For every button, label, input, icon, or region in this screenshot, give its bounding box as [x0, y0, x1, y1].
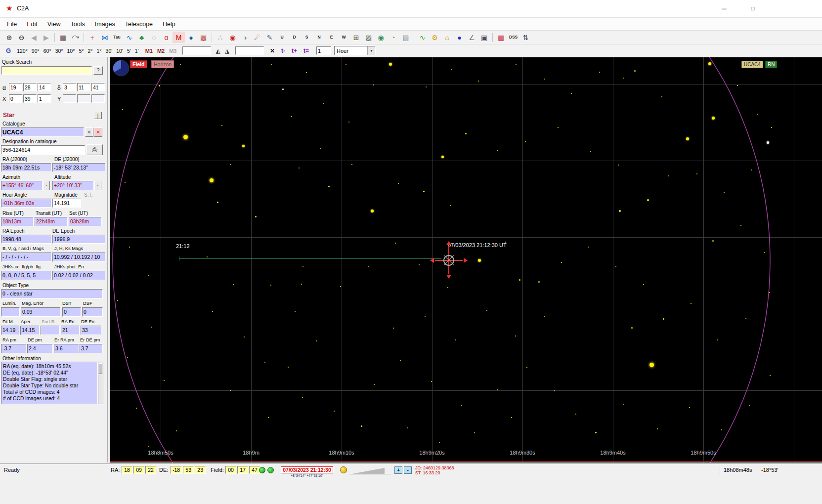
- altitude-more-button[interactable]: ·: [94, 181, 101, 190]
- m3-button[interactable]: M3: [169, 48, 176, 54]
- y1-field[interactable]: [63, 94, 76, 103]
- east-icon[interactable]: E: [325, 32, 338, 43]
- annotation-pen-icon[interactable]: ✎: [263, 32, 276, 43]
- speed-plus-button[interactable]: +: [394, 466, 402, 474]
- compass-rose-icon[interactable]: [112, 59, 130, 78]
- quick-search-input[interactable]: [1, 66, 92, 75]
- y3-field[interactable]: [91, 94, 105, 103]
- dome-view-icon[interactable]: ◠▾: [69, 32, 82, 43]
- horizon-landscape-icon[interactable]: ♣: [135, 32, 148, 43]
- maximize-button[interactable]: □: [741, 0, 764, 17]
- menu-edit[interactable]: Edit: [22, 21, 43, 28]
- checker-field-icon[interactable]: ▩: [197, 32, 210, 43]
- chart-panel-icon[interactable]: ▤: [399, 32, 412, 43]
- moon-icon[interactable]: ◑: [239, 32, 251, 43]
- fov-button-2[interactable]: 60°: [42, 46, 53, 55]
- flip-horizontal-icon[interactable]: ◭: [216, 47, 220, 54]
- celestial-sphere-icon[interactable]: ●: [453, 32, 466, 43]
- menu-file[interactable]: File: [2, 21, 22, 28]
- fov-button-3[interactable]: 30°: [53, 46, 65, 55]
- scrollbar-thumb[interactable]: [99, 363, 102, 374]
- chevron-down-icon[interactable]: ▾: [77, 35, 79, 40]
- grid-icon[interactable]: ▦: [57, 32, 69, 43]
- menu-tools[interactable]: Tools: [66, 21, 90, 28]
- fov-button-9[interactable]: 10': [114, 46, 125, 55]
- sky-chart[interactable]: 18h8m50s18h9m18h9m10s18h9m20s18h9m30s18h…: [110, 57, 822, 462]
- planet-ellipse-icon[interactable]: ◉: [226, 32, 239, 43]
- dss-image-icon[interactable]: DSS: [507, 32, 519, 43]
- clear-search-icon[interactable]: ✕: [270, 47, 275, 54]
- star-field-icon[interactable]: ∴: [214, 32, 226, 43]
- alpha-h-field[interactable]: 19: [9, 83, 22, 91]
- azimuth-more-button[interactable]: ·: [43, 181, 50, 190]
- wave-icon[interactable]: ∿: [416, 32, 429, 43]
- time-step-input[interactable]: [316, 46, 331, 55]
- catalog-book-icon[interactable]: ▥: [495, 32, 507, 43]
- time-now-button[interactable]: t=: [303, 47, 309, 54]
- time-unit-select[interactable]: Hour ▼: [334, 46, 376, 55]
- messier-icon[interactable]: M: [173, 32, 185, 43]
- horizon-hatch-icon[interactable]: ▨: [362, 32, 375, 43]
- west-icon[interactable]: W: [338, 32, 350, 43]
- minimize-button[interactable]: ─: [713, 0, 735, 17]
- ccd-camera-icon[interactable]: ▣: [478, 32, 490, 43]
- m2-button[interactable]: M2: [157, 48, 165, 54]
- speed-minus-button[interactable]: -: [404, 466, 412, 474]
- fov-button-11[interactable]: 1': [133, 46, 141, 55]
- tab-field[interactable]: Field: [130, 60, 147, 68]
- north-icon[interactable]: N: [313, 32, 325, 43]
- x2-field[interactable]: 39: [23, 94, 37, 103]
- angle-tool-icon[interactable]: ∠: [466, 32, 478, 43]
- time-minus-button[interactable]: t-: [281, 47, 285, 54]
- chevron-down-icon[interactable]: ▼: [367, 46, 375, 55]
- fov-button-0[interactable]: 120°: [15, 46, 30, 55]
- telescope-link-icon[interactable]: ⇅: [519, 32, 532, 43]
- m1-button[interactable]: M1: [145, 48, 153, 54]
- guide-toggle-button[interactable]: G: [6, 47, 11, 54]
- menu-help[interactable]: Help: [158, 21, 180, 28]
- alpha-s-field[interactable]: 14: [38, 83, 51, 91]
- time-plus-button[interactable]: t+: [292, 47, 297, 54]
- fov-button-6[interactable]: 2°: [86, 46, 94, 55]
- menu-view[interactable]: View: [43, 21, 66, 28]
- fov-button-8[interactable]: 30': [104, 46, 115, 55]
- settings-gear-icon[interactable]: ⚙: [429, 32, 441, 43]
- search-object-input[interactable]: [235, 46, 264, 55]
- time-speed-slider[interactable]: [352, 468, 385, 474]
- menu-images[interactable]: Images: [90, 21, 120, 28]
- datetime-box[interactable]: 07/03/2023 21:12:30 +8°34'14" +47°31'10": [276, 465, 338, 478]
- print-button[interactable]: ⎙: [87, 144, 103, 155]
- fov-button-7[interactable]: 1°: [95, 46, 104, 55]
- other-info-scrollbar[interactable]: [98, 362, 103, 404]
- star-panel-toggle-button[interactable]: |: [94, 112, 102, 119]
- fov-button-5[interactable]: 5°: [77, 46, 86, 55]
- south-icon[interactable]: S: [301, 32, 313, 43]
- search-help-button[interactable]: ?: [93, 66, 103, 75]
- observatory-icon[interactable]: ⌂: [441, 32, 453, 43]
- alpha-m-field[interactable]: 28: [23, 83, 37, 91]
- dark-frame-icon[interactable]: D: [288, 32, 301, 43]
- constellation-names-icon[interactable]: Tau: [111, 32, 123, 43]
- y2-field[interactable]: [77, 94, 90, 103]
- uranus-icon[interactable]: U: [276, 32, 288, 43]
- delta-m-field[interactable]: 11: [77, 83, 90, 91]
- star-labels-icon[interactable]: α: [160, 32, 173, 43]
- designation-field[interactable]: 356-124614: [1, 145, 85, 155]
- history-forward-icon[interactable]: ▶: [40, 32, 52, 43]
- comet-icon[interactable]: ☄: [251, 32, 263, 43]
- delta-d-field[interactable]: 3: [63, 83, 76, 91]
- history-back-icon[interactable]: ◀: [28, 32, 40, 43]
- x3-field[interactable]: 1: [38, 94, 51, 103]
- earth-globe-icon[interactable]: ◉: [375, 32, 387, 43]
- catalogue-clear-button[interactable]: ✕: [94, 127, 102, 137]
- fov-button-4[interactable]: 10°: [65, 46, 77, 55]
- fov-circle-icon[interactable]: ◌: [148, 32, 160, 43]
- delta-s-field[interactable]: 41: [91, 83, 105, 91]
- object-name-input[interactable]: [182, 46, 211, 55]
- zoom-out-icon[interactable]: ⊖: [15, 32, 28, 43]
- planets-globe-icon[interactable]: ●: [185, 32, 197, 43]
- fov-button-10[interactable]: 5': [125, 46, 133, 55]
- x1-field[interactable]: 0: [9, 94, 22, 103]
- clock-icon[interactable]: ◔: [387, 32, 399, 43]
- center-target-icon[interactable]: +: [86, 32, 98, 43]
